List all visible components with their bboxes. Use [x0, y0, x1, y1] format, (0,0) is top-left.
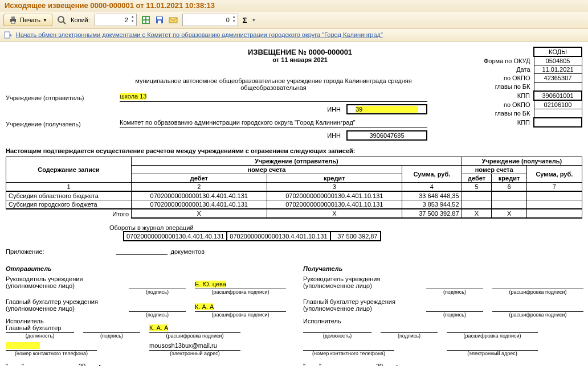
- inn-label: ИНН: [318, 106, 341, 113]
- up-icon[interactable]: ▲: [231, 14, 238, 19]
- svg-rect-2: [11, 21, 15, 23]
- edo-link[interactable]: Начать обмен электронными документами с …: [16, 31, 383, 38]
- receiver-value: Комитет по образованию администрации гор…: [120, 119, 427, 128]
- copies-label: Копий:: [71, 17, 90, 23]
- svg-line-4: [63, 22, 66, 24]
- save-icon[interactable]: [155, 15, 164, 24]
- table-total-row: Итого ХХ37 500 392,87 ХХ: [6, 209, 582, 218]
- inn-label: ИНН: [318, 132, 341, 139]
- copies-stepper[interactable]: ▲▼: [95, 14, 137, 26]
- chevron-down-icon[interactable]: ▼: [252, 18, 256, 23]
- chevron-down-icon: ▼: [43, 18, 47, 23]
- main-table: Содержание записи Учреждение (отправител…: [6, 157, 582, 219]
- toolbar: Печать ▼ Копий: ▲▼ ▲▼ Σ ▼: [0, 11, 588, 29]
- oborot-block: Обороты в журнал операций 07020000000000…: [6, 224, 582, 241]
- grid-icon[interactable]: [141, 15, 150, 24]
- down-icon[interactable]: ▼: [129, 19, 136, 23]
- mail-icon[interactable]: [169, 15, 178, 24]
- document-body: ИЗВЕЩЕНИЕ № 0000-000001 от 11 января 202…: [0, 42, 588, 366]
- svg-rect-9: [146, 20, 149, 23]
- svg-rect-12: [158, 20, 161, 23]
- org-desc-hl: школа 13: [120, 93, 146, 100]
- table-row: Субсидия областного бюджета 070200000000…: [6, 191, 582, 200]
- preview-icon[interactable]: [57, 15, 66, 24]
- inn-sender: 39: [346, 104, 427, 114]
- svg-rect-14: [5, 32, 10, 38]
- attachment-line: Приложение: документов: [6, 248, 582, 255]
- svg-rect-7: [146, 17, 149, 19]
- print-button[interactable]: Печать ▼: [3, 14, 52, 26]
- svg-rect-8: [143, 20, 145, 23]
- receiver-signatures: Получатель Руководитель учреждения(уполн…: [303, 257, 583, 366]
- codes-table: КОДЫ Форма по ОКУД0504805 Дата11.01.2021…: [480, 47, 582, 128]
- svg-rect-6: [143, 17, 145, 19]
- print-label: Печать: [20, 17, 40, 23]
- svg-rect-1: [11, 17, 15, 19]
- sender-label: Учреждение (отправитель): [6, 94, 120, 102]
- svg-rect-11: [157, 17, 162, 19]
- table-row: Субсидия городского бюджета 070200000000…: [6, 200, 582, 209]
- inn-receiver: 3906047685: [346, 130, 427, 141]
- edo-icon[interactable]: [3, 30, 13, 39]
- doc-title: ИЗВЕЩЕНИЕ № 0000-000001: [120, 48, 480, 56]
- down-icon[interactable]: ▼: [231, 19, 238, 23]
- receiver-label: Учреждение (получатель): [6, 121, 120, 128]
- doc-date: от 11 января 2021: [120, 56, 480, 63]
- up-icon[interactable]: ▲: [129, 14, 136, 19]
- svg-point-3: [58, 17, 64, 22]
- linkbar: Начать обмен электронными документами с …: [0, 29, 588, 42]
- org-desc: муниципальное автономное общеобразовател…: [120, 77, 427, 92]
- sender-signatures: Отправитель Руководитель учреждения(упол…: [6, 257, 286, 366]
- printer-icon: [9, 15, 18, 24]
- sigma-button[interactable]: Σ: [243, 16, 247, 24]
- second-input[interactable]: [182, 14, 238, 26]
- second-stepper[interactable]: ▲▼: [182, 14, 238, 26]
- window-title: Исходящее извещение 0000-000001 от 11.01…: [0, 0, 588, 11]
- statement: Настоящим подтверждается осуществление р…: [6, 147, 582, 154]
